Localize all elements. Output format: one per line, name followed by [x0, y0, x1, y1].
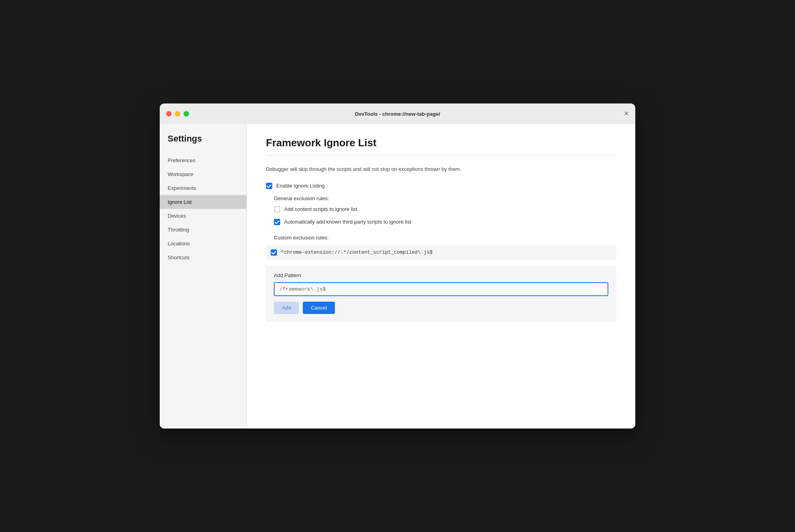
general-exclusion-label: General exclusion rules:	[274, 195, 616, 201]
sidebar-item-ignore-list[interactable]: Ignore List	[160, 195, 247, 209]
add-pattern-section: Add Pattern Add Cancel	[266, 266, 616, 322]
page-description: Debugger will skip through the scripts a…	[266, 165, 616, 173]
custom-exclusion-section: Custom exclusion rules: ^chrome-extensio…	[266, 235, 616, 260]
main-content: Framework Ignore List Debugger will skip…	[247, 124, 635, 429]
sidebar-item-workspace[interactable]: Workspace	[160, 167, 247, 181]
titlebar: DevTools - chrome://new-tab-page/ ✕	[160, 103, 635, 124]
content-area: Settings Preferences Workspace Experimen…	[160, 124, 635, 429]
enable-ignore-listing-label[interactable]: Enable Ignore Listing	[276, 183, 325, 189]
custom-rule-label: ^chrome-extension://.*/content_script_co…	[281, 250, 433, 255]
add-content-scripts-checkbox[interactable]	[274, 206, 280, 212]
sidebar-item-preferences[interactable]: Preferences	[160, 153, 247, 167]
add-content-scripts-label[interactable]: Add content scripts to ignore list	[284, 206, 357, 212]
add-pattern-label: Add Pattern	[274, 272, 608, 278]
action-buttons: Add Cancel	[274, 302, 608, 314]
sidebar-item-experiments[interactable]: Experiments	[160, 181, 247, 195]
titlebar-title: DevTools - chrome://new-tab-page/	[355, 111, 440, 117]
enable-ignore-listing-checkbox[interactable]	[266, 183, 272, 189]
auto-add-third-party-checkbox[interactable]	[274, 219, 280, 225]
add-pattern-input[interactable]	[274, 282, 608, 296]
page-title: Framework Ignore List	[266, 137, 616, 149]
maximize-traffic-light[interactable]	[183, 111, 189, 117]
sidebar-item-devices[interactable]: Devices	[160, 209, 247, 223]
sidebar: Settings Preferences Workspace Experimen…	[160, 124, 247, 429]
auto-add-third-party-row[interactable]: Automatically add known third-party scri…	[274, 219, 616, 225]
enable-ignore-listing-row[interactable]: Enable Ignore Listing	[266, 183, 616, 189]
sidebar-item-throttling[interactable]: Throttling	[160, 223, 247, 237]
close-button[interactable]: ✕	[624, 111, 629, 117]
sidebar-item-locations[interactable]: Locations	[160, 237, 247, 251]
minimize-traffic-light[interactable]	[175, 111, 180, 117]
general-exclusion-section: General exclusion rules: Add content scr…	[266, 195, 616, 225]
sidebar-heading: Settings	[160, 134, 247, 153]
add-content-scripts-row[interactable]: Add content scripts to ignore list	[274, 206, 616, 212]
cancel-button[interactable]: Cancel	[303, 302, 334, 314]
add-button[interactable]: Add	[274, 302, 299, 314]
auto-add-third-party-label[interactable]: Automatically add known third-party scri…	[284, 219, 411, 225]
custom-rule-row[interactable]: ^chrome-extension://.*/content_script_co…	[266, 245, 616, 260]
custom-rule-checkbox[interactable]	[271, 249, 277, 256]
devtools-window: DevTools - chrome://new-tab-page/ ✕ Sett…	[160, 103, 635, 429]
sidebar-item-shortcuts[interactable]: Shortcuts	[160, 251, 247, 264]
close-traffic-light[interactable]	[166, 111, 172, 117]
traffic-lights	[166, 111, 189, 117]
title-divider	[266, 155, 616, 156]
custom-exclusion-label: Custom exclusion rules:	[274, 235, 616, 241]
